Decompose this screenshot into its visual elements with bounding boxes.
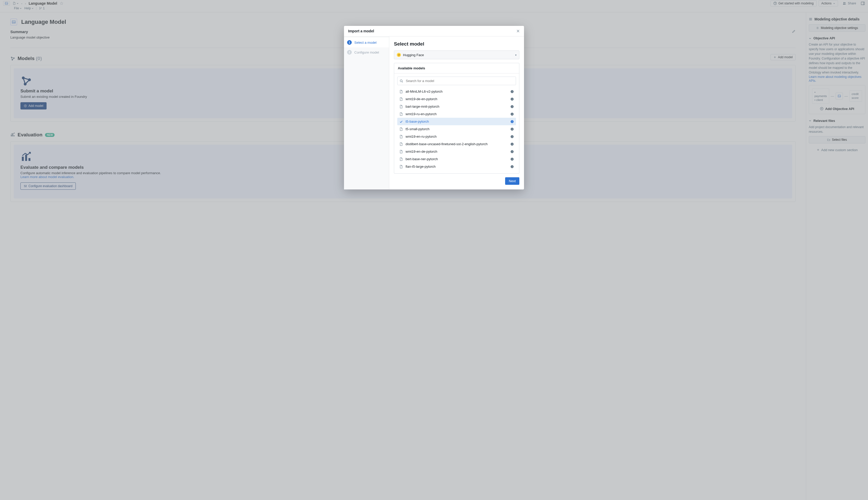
document-icon [399,127,403,131]
model-row[interactable]: flan-t5-large-pytorch [397,163,516,170]
available-models-header: Available models [394,63,519,73]
document-icon [399,112,403,116]
model-row[interactable]: distilbert-base-uncased-finetuned-sst-2-… [397,140,516,148]
document-icon [399,90,403,93]
step-1-label: Select a model [354,41,377,45]
next-button[interactable]: Next [505,177,519,185]
model-name: bart-large-mnli-pytorch [406,104,439,109]
model-name: all-MiniLM-L6-v2-pytorch [406,90,443,93]
step-1-number: 1 [347,40,352,45]
info-icon[interactable] [510,135,514,138]
info-icon[interactable] [510,105,514,109]
chevron-down-icon: ▾ [515,54,516,56]
model-name: t5-small-pytorch [406,127,429,131]
info-icon[interactable] [510,150,514,154]
model-name: wmt19-en-ru-pytorch [406,135,437,138]
document-icon [399,105,403,109]
model-row[interactable]: t5-base-pytorch [397,118,516,125]
info-icon[interactable] [510,97,514,101]
info-icon[interactable] [510,120,514,123]
info-icon[interactable] [510,142,514,146]
model-search-input[interactable] [405,78,514,83]
modal-overlay: Import a model 1 Select a model 2 Config… [0,0,868,500]
info-icon[interactable] [510,127,514,131]
model-name: t5-base-pytorch [406,120,429,123]
provider-label: Hugging Face [403,53,424,57]
model-row[interactable]: t5-small-pytorch [397,125,516,133]
info-icon[interactable] [510,165,514,169]
info-icon[interactable] [510,157,514,161]
document-icon [399,142,403,146]
check-icon [399,120,403,123]
model-row[interactable]: bart-large-mnli-pytorch [397,103,516,110]
model-name: bert-base-ner-pytorch [406,157,438,161]
provider-select[interactable]: 🤗 Hugging Face ▾ [394,50,519,59]
import-model-modal: Import a model 1 Select a model 2 Config… [344,26,524,190]
document-icon [399,97,403,101]
model-name: wmt19-en-de-pytorch [406,150,437,154]
model-search[interactable] [397,77,516,85]
hugging-face-icon: 🤗 [397,53,401,57]
document-icon [399,165,403,169]
step-2-label: Configure model [354,50,379,54]
model-name: flan-t5-large-pytorch [406,164,436,169]
model-row[interactable]: wmt19-en-ru-pytorch [397,133,516,140]
model-row[interactable]: all-MiniLM-L6-v2-pytorch [397,88,516,95]
document-icon [399,150,403,154]
modal-title: Import a model [348,29,374,33]
model-row[interactable]: wmt19-de-en-pytorch [397,95,516,103]
modal-steps: 1 Select a model 2 Configure model [344,36,389,190]
model-name: wmt19-de-en-pytorch [406,97,437,101]
step-configure-model[interactable]: 2 Configure model [344,47,389,57]
model-name: wmt19-ru-en-pytorch [406,112,437,116]
model-row[interactable]: wmt19-en-de-pytorch [397,148,516,155]
step-2-number: 2 [347,50,352,55]
info-icon[interactable] [510,112,514,116]
model-list: all-MiniLM-L6-v2-pytorchwmt19-de-en-pyto… [397,88,516,170]
document-icon [399,135,403,138]
model-row[interactable]: bert-base-ner-pytorch [397,155,516,163]
close-icon[interactable] [516,29,520,33]
model-row[interactable]: wmt19-ru-en-pytorch [397,110,516,118]
modal-heading: Select model [394,41,519,47]
step-select-model[interactable]: 1 Select a model [344,37,389,47]
model-name: distilbert-base-uncased-finetuned-sst-2-… [406,142,488,146]
info-icon[interactable] [510,90,514,93]
document-icon [399,157,403,161]
search-icon [400,79,403,83]
